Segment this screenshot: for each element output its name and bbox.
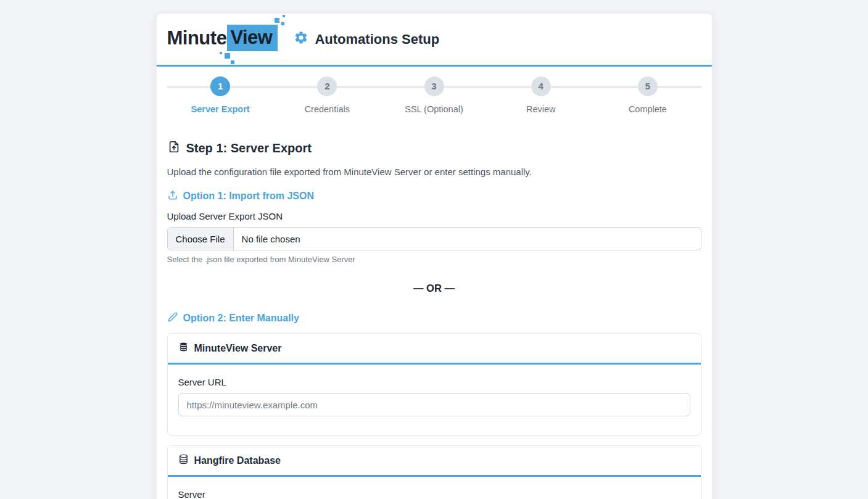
step1-content: Step 1: Server Export Upload the configu… bbox=[157, 126, 712, 499]
minuteview-server-card-title: MinuteView Server bbox=[194, 343, 282, 354]
step-label: Complete bbox=[594, 104, 701, 114]
step1-heading: Step 1: Server Export bbox=[167, 140, 701, 157]
database-fill-icon bbox=[178, 342, 189, 355]
logo-pixel bbox=[275, 18, 279, 23]
step-number-badge: 1 bbox=[210, 76, 230, 96]
step-label: Review bbox=[487, 104, 594, 114]
step-label: Server Export bbox=[167, 104, 274, 114]
server-label: Server bbox=[178, 489, 690, 499]
file-input-help-text: Select the .json file exported from Minu… bbox=[167, 255, 701, 264]
file-chosen-status: No file chosen bbox=[234, 228, 308, 250]
page-title-text: Automations Setup bbox=[315, 31, 439, 47]
hangfire-database-card-body: Server bbox=[168, 477, 701, 499]
step-number-badge: 2 bbox=[317, 76, 337, 96]
page-title: Automations Setup bbox=[294, 30, 439, 49]
hangfire-database-card: Hangfire Database Server bbox=[167, 445, 701, 499]
stepper-step-server-export[interactable]: 1 Server Export bbox=[167, 76, 274, 114]
stepper-step-complete[interactable]: 5 Complete bbox=[594, 76, 701, 114]
logo-pixel bbox=[220, 52, 222, 54]
file-upload-icon bbox=[167, 140, 181, 157]
logo-pixel bbox=[231, 60, 234, 64]
logo-pixel bbox=[283, 15, 285, 17]
app-header: MinuteView Automations Setup bbox=[157, 14, 712, 67]
upload-icon bbox=[167, 189, 178, 203]
logo-pixel bbox=[225, 53, 230, 59]
minuteview-server-card: MinuteView Server Server URL bbox=[167, 333, 701, 435]
minuteview-server-card-body: Server URL bbox=[168, 365, 701, 435]
step-number-badge: 4 bbox=[531, 76, 551, 96]
server-url-input[interactable] bbox=[178, 393, 690, 416]
step1-heading-text: Step 1: Server Export bbox=[186, 141, 312, 155]
server-export-file-input[interactable]: Choose File No file chosen bbox=[167, 227, 701, 250]
step-label: SSL (Optional) bbox=[381, 104, 487, 114]
option1-heading: Option 1: Import from JSON bbox=[167, 189, 701, 203]
option2-heading: Option 2: Enter Manually bbox=[167, 311, 701, 325]
hangfire-database-card-header: Hangfire Database bbox=[168, 446, 701, 477]
minuteview-logo: MinuteView bbox=[167, 21, 278, 57]
minuteview-server-card-header: MinuteView Server bbox=[168, 334, 701, 365]
wizard-stepper: 1 Server Export 2 Credentials 3 SSL (Opt… bbox=[157, 67, 712, 126]
logo-pixel bbox=[281, 22, 284, 25]
stepper-step-review[interactable]: 4 Review bbox=[487, 76, 594, 114]
choose-file-button[interactable]: Choose File bbox=[168, 228, 234, 250]
database-icon bbox=[178, 454, 189, 467]
step-number-badge: 5 bbox=[638, 76, 658, 96]
hangfire-database-card-title: Hangfire Database bbox=[194, 455, 281, 466]
gear-icon bbox=[294, 30, 308, 49]
upload-json-label: Upload Server Export JSON bbox=[167, 211, 701, 221]
pencil-icon bbox=[167, 311, 178, 325]
stepper-step-credentials[interactable]: 2 Credentials bbox=[274, 76, 381, 114]
option1-heading-text: Option 1: Import from JSON bbox=[183, 191, 314, 202]
setup-wizard-panel: MinuteView Automations Setup 1 Server Ex… bbox=[157, 14, 712, 499]
or-divider: — OR — bbox=[167, 282, 701, 294]
logo-text-minute: Minute bbox=[167, 28, 227, 47]
server-url-label: Server URL bbox=[178, 377, 690, 387]
step-label: Credentials bbox=[274, 104, 381, 114]
step1-description: Upload the configuration file exported f… bbox=[167, 167, 701, 177]
step-number-badge: 3 bbox=[424, 76, 444, 96]
logo-text-view: View bbox=[227, 25, 278, 51]
stepper-step-ssl[interactable]: 3 SSL (Optional) bbox=[381, 76, 487, 114]
option2-heading-text: Option 2: Enter Manually bbox=[183, 313, 299, 324]
